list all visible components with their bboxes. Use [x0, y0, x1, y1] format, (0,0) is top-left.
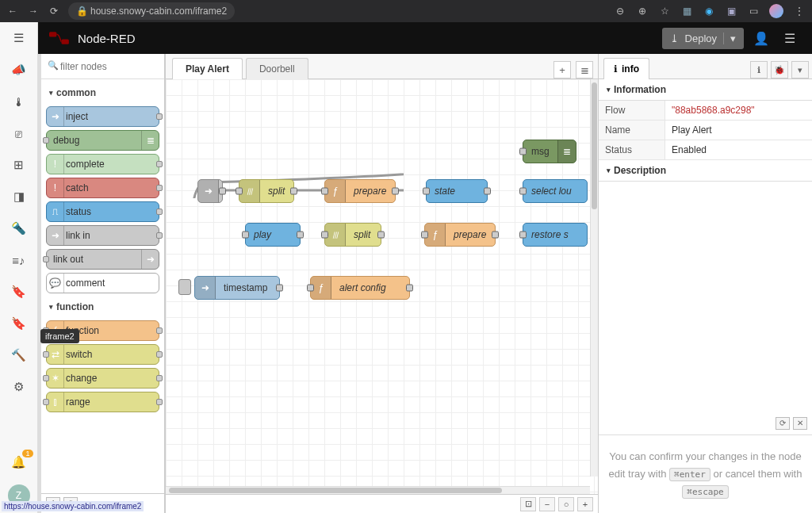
palette-link-in[interactable]: ➜link in [46, 225, 159, 246]
hamburger-icon[interactable]: ☰ [10, 29, 29, 48]
search-icon[interactable]: ⊖ [614, 5, 626, 17]
canvas-scrollbar-h[interactable] [166, 486, 590, 494]
search-icon: 🔍 [48, 60, 59, 71]
chevron-down-icon[interactable]: ▾ [723, 33, 736, 44]
palette-complete[interactable]: !complete [46, 154, 159, 174]
kebab-icon[interactable]: ⋮ [793, 5, 806, 17]
thermometer-icon[interactable]: 🌡 [10, 92, 29, 111]
section-information[interactable]: ▾Information [599, 79, 812, 101]
nodered-logo: Node-RED [49, 31, 136, 45]
node-prepare: ƒ prepare [324, 179, 396, 203]
svg-rect-0 [49, 32, 56, 36]
deploy-button[interactable]: ⤓ Deploy ▾ [662, 28, 744, 49]
ext1-icon[interactable]: ▦ [680, 5, 693, 17]
flow-status: Enabled [665, 140, 812, 159]
category-common[interactable]: ▾common [46, 82, 159, 103]
tab-play-alert[interactable]: Play Alert [172, 58, 243, 79]
zoom-in-button[interactable]: + [577, 497, 593, 511]
description-area: ⟳ ✕ [599, 182, 812, 435]
grid-icon[interactable]: ⊞ [10, 155, 29, 174]
tools-icon[interactable]: 🔨 [10, 346, 29, 365]
zoom-reset-button[interactable]: ○ [558, 497, 574, 511]
node-play: play [245, 223, 301, 247]
add-tab-button[interactable]: + [553, 61, 571, 78]
gear-icon[interactable]: ⚙ [10, 377, 29, 396]
ext3-icon[interactable]: ▣ [725, 5, 737, 17]
profile-avatar[interactable] [769, 4, 783, 18]
palette-range[interactable]: ⫿range [46, 392, 159, 412]
node-prepare2: ƒ prepare [424, 223, 496, 247]
navigator-button[interactable]: ⊡ [520, 497, 536, 511]
zoom-icon[interactable]: ⊕ [636, 5, 649, 17]
user-icon[interactable]: 👤 [750, 27, 772, 49]
palette-inject[interactable]: ➜inject [46, 106, 159, 127]
category-function[interactable]: ▾function [46, 297, 159, 317]
flow-canvas[interactable]: msg ≣ ➜ ⫼ split ƒ prepare [166, 79, 598, 494]
workspace: Play Alert Doorbell + ≣ [165, 54, 598, 513]
node-timestamp: ➜ timestamp [194, 276, 280, 300]
playlist-icon[interactable]: ≡♪ [10, 251, 29, 270]
tab-info[interactable]: ℹ info [603, 58, 649, 79]
complete-icon: ! [47, 155, 64, 174]
chevron-down-icon[interactable]: ▾ [791, 61, 809, 78]
inject-button[interactable] [178, 279, 191, 295]
debug-icon: ≣ [557, 140, 576, 163]
nodered-header: Node-RED ⤓ Deploy ▾ 👤 ☰ [38, 22, 812, 54]
palette-switch[interactable]: ⇄switch [46, 344, 159, 365]
inject-icon: ➜ [195, 277, 216, 299]
flow-id: "88ab5868.a9c298" [665, 101, 812, 120]
status-link: https://house.snowy-cabin.com/iframe2 [2, 501, 144, 511]
bookmark-active-icon[interactable]: 🔖 [10, 314, 29, 333]
deploy-icon: ⤓ [670, 33, 679, 44]
canvas-scrollbar-v[interactable] [590, 79, 598, 477]
palette-comment[interactable]: 💬comment [46, 273, 159, 293]
flow-name: Play Alert [665, 121, 812, 140]
app-rail: ☰ 📣 🌡 ⎚ ⊞ ◨ 🔦 ≡♪ 🔖 🔖 🔨 ⚙ 🔔1 Z [0, 22, 38, 513]
zoom-out-button[interactable]: − [539, 497, 555, 511]
tab-doorbell[interactable]: Doorbell [246, 58, 308, 79]
range-icon: ⫿ [47, 392, 64, 412]
node-msg: msg ≣ [523, 140, 576, 163]
megaphone-icon[interactable]: 📣 [10, 60, 29, 79]
bell-icon[interactable]: 🔔1 [10, 453, 29, 472]
palette-debug[interactable]: debug≣ [46, 130, 159, 151]
debug-icon-button[interactable]: 🐞 [771, 61, 788, 78]
node-link-in: ➜ [197, 179, 223, 203]
palette-status[interactable]: ⎍status [46, 201, 159, 222]
device-icon[interactable]: ⎚ [10, 124, 29, 143]
sidebar-tip: You can confirm your changes in the node… [599, 435, 812, 513]
section-description[interactable]: ▾Description [599, 160, 812, 182]
palette-link-out[interactable]: link out➜ [46, 249, 159, 270]
node-split2: ⫼ split [324, 223, 381, 247]
reload-icon[interactable]: ⟳ [48, 5, 60, 17]
expand-icon[interactable]: ⟳ [776, 417, 790, 430]
link-out-icon: ➜ [141, 250, 159, 269]
close-icon[interactable]: ✕ [793, 417, 807, 430]
filter-input[interactable] [48, 59, 158, 74]
info-icon-button[interactable]: ℹ [750, 61, 768, 78]
link-icon: ➜ [198, 180, 219, 202]
star-icon[interactable]: ☆ [658, 5, 671, 17]
node-restore: restore s [523, 223, 588, 247]
back-icon[interactable]: ← [6, 5, 19, 17]
menu-icon[interactable]: ☰ [779, 27, 801, 49]
browser-chrome: ← → ⟳ 🔒 house.snowy-cabin.com/iframe2 ⊖ … [0, 0, 812, 22]
status-icon: ⎍ [47, 202, 64, 221]
flashlight-icon[interactable]: 🔦 [10, 219, 29, 238]
catch-icon: ! [47, 178, 64, 197]
node-select-lou: select lou [523, 179, 588, 203]
bookmark-icon[interactable]: 🔖 [10, 282, 29, 301]
forward-icon[interactable]: → [27, 5, 40, 17]
list-tabs-button[interactable]: ≣ [576, 61, 593, 78]
node-alert-config: ƒ alert config [310, 276, 410, 300]
info-icon: ℹ [614, 63, 618, 75]
palette-change[interactable]: ✶change [46, 368, 159, 389]
ext2-icon[interactable]: ◉ [703, 5, 715, 17]
cast-icon[interactable]: ◨ [10, 187, 29, 206]
svg-rect-1 [62, 40, 69, 44]
palette-catch[interactable]: !catch [46, 178, 159, 198]
node-state: state [426, 179, 488, 203]
info-table: Flow"88ab5868.a9c298" NamePlay Alert Sta… [599, 101, 812, 160]
url-bar[interactable]: 🔒 house.snowy-cabin.com/iframe2 [68, 2, 235, 20]
ext4-icon[interactable]: ▭ [747, 5, 760, 17]
